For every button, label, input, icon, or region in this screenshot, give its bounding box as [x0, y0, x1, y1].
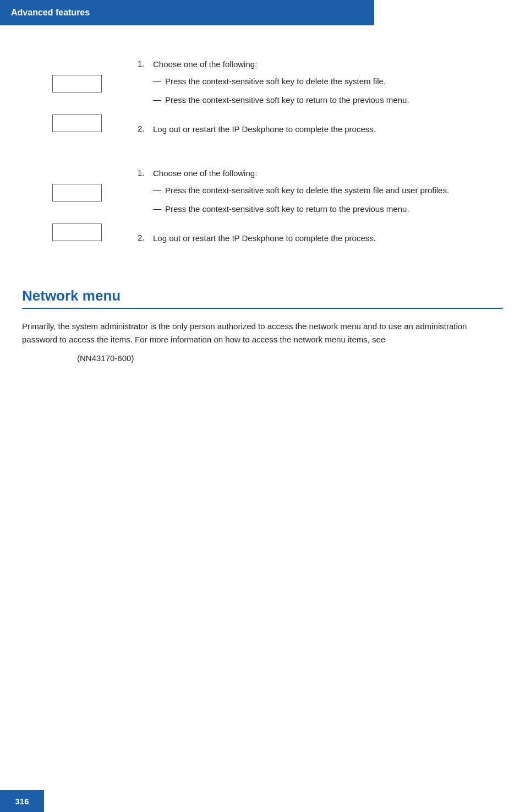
step-list-2: 1. Choose one of the following: — Press …: [138, 167, 503, 244]
step-text: Log out or restart the IP Deskphone to c…: [153, 233, 376, 243]
page-title: Advanced features: [11, 8, 90, 18]
key-box-3: [52, 184, 102, 201]
step-content: Log out or restart the IP Deskphone to c…: [153, 123, 503, 136]
key-box-2: [52, 115, 102, 132]
key-box-4: [52, 224, 102, 241]
bullet-dash: —: [153, 184, 165, 194]
step-content: Log out or restart the IP Deskphone to c…: [153, 232, 503, 245]
bullet-text: Press the context-sensitive soft key to …: [165, 75, 386, 88]
step-content: Choose one of the following: — Press the…: [153, 58, 503, 113]
bullet-text: Press the context-sensitive soft key to …: [165, 184, 449, 197]
step-text: Log out or restart the IP Deskphone to c…: [153, 124, 376, 134]
step-content: Choose one of the following: — Press the…: [153, 167, 503, 222]
instructions-col-2: 1. Choose one of the following: — Press …: [132, 167, 503, 254]
step-item-2-2: 2. Log out or restart the IP Deskphone t…: [138, 232, 503, 245]
step-text: Choose one of the following:: [153, 59, 257, 69]
main-content: 1. Choose one of the following: — Press …: [0, 25, 525, 387]
step-number: 1.: [138, 167, 153, 222]
bullet-dash: —: [153, 75, 165, 85]
bullet-list: — Press the context-sensitive soft key t…: [153, 184, 503, 216]
page-number: 316: [15, 797, 29, 806]
bullet-list: — Press the context-sensitive soft key t…: [153, 75, 503, 107]
page-footer: 316: [0, 790, 44, 812]
section-block-2: 1. Choose one of the following: — Press …: [22, 167, 503, 254]
section-block-1: 1. Choose one of the following: — Press …: [22, 58, 503, 145]
step-number: 1.: [138, 58, 153, 113]
step-number: 2.: [138, 232, 153, 245]
bullet-text: Press the context-sensitive soft key to …: [165, 94, 409, 107]
instructions-col-1: 1. Choose one of the following: — Press …: [132, 58, 503, 145]
images-col-2: [22, 167, 132, 254]
bullet-text: Press the context-sensitive soft key to …: [165, 203, 409, 216]
step-text: Choose one of the following:: [153, 168, 257, 178]
step-number: 2.: [138, 123, 153, 136]
images-col-1: [22, 58, 132, 145]
network-menu-heading: Network menu: [22, 287, 503, 304]
bullet-item: — Press the context-sensitive soft key t…: [153, 75, 503, 88]
header-banner: Advanced features: [0, 0, 374, 25]
bullet-item: — Press the context-sensitive soft key t…: [153, 94, 503, 107]
section-divider: [22, 308, 503, 309]
network-menu-body: Primarily, the system administrator is t…: [22, 320, 503, 346]
bullet-item: — Press the context-sensitive soft key t…: [153, 203, 503, 216]
bullet-dash: —: [153, 203, 165, 213]
network-menu-section: Network menu Primarily, the system admin…: [22, 282, 503, 365]
step-list-1: 1. Choose one of the following: — Press …: [138, 58, 503, 135]
bullet-dash: —: [153, 94, 165, 104]
key-box-1: [52, 75, 102, 92]
step-item-2-1: 1. Choose one of the following: — Press …: [138, 167, 503, 222]
step-item-1-2: 2. Log out or restart the IP Deskphone t…: [138, 123, 503, 136]
bullet-item: — Press the context-sensitive soft key t…: [153, 184, 503, 197]
step-item-1-1: 1. Choose one of the following: — Press …: [138, 58, 503, 113]
network-menu-reference: (NN43170-600): [77, 352, 503, 365]
